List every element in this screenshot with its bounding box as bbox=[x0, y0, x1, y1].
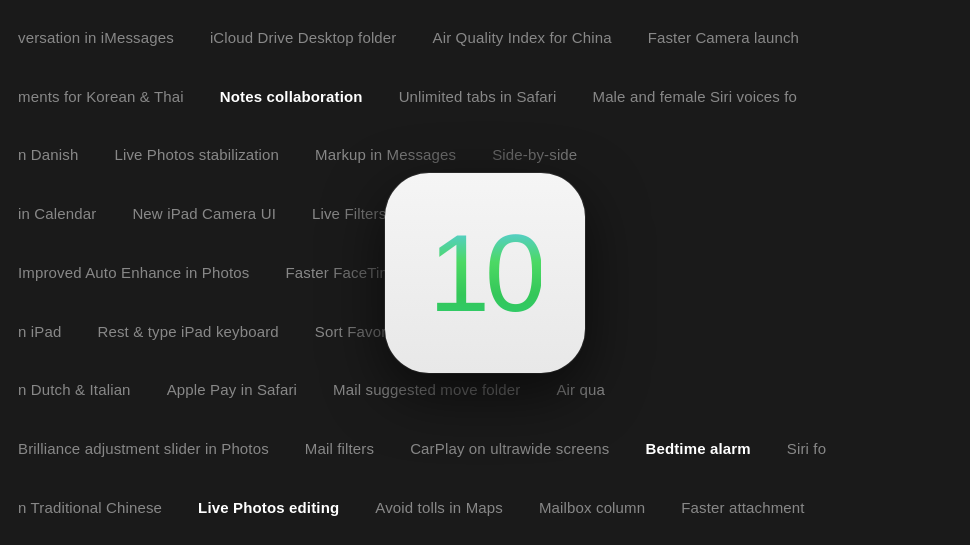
feature-item: Brilliance adjustment slider in Photos bbox=[0, 440, 287, 457]
feature-row: n Traditional Chinese Live Photos editin… bbox=[0, 499, 970, 516]
feature-item: n Danish bbox=[0, 146, 96, 163]
feature-item: versation in iMessages bbox=[0, 29, 192, 46]
feature-item: Rest & type iPad keyboard bbox=[79, 323, 296, 340]
feature-item: Male and female Siri voices fo bbox=[574, 88, 815, 105]
feature-item: Faster Camera launch bbox=[630, 29, 817, 46]
feature-row: versation in iMessages iCloud Drive Desk… bbox=[0, 29, 970, 46]
feature-item: Live Photos editing bbox=[180, 499, 357, 516]
feature-item: Apple Pay in Safari bbox=[149, 381, 315, 398]
feature-item: Siri fo bbox=[769, 440, 844, 457]
feature-item: Mail suggested move folder bbox=[315, 381, 538, 398]
feature-item: Avoid tolls in Maps bbox=[357, 499, 521, 516]
feature-row: n Dutch & Italian Apple Pay in Safari Ma… bbox=[0, 381, 970, 398]
feature-item: Faster attachment bbox=[663, 499, 822, 516]
feature-item: Side-by-side bbox=[474, 146, 595, 163]
feature-item: Unlimited tabs in Safari bbox=[381, 88, 575, 105]
feature-row: ments for Korean & Thai Notes collaborat… bbox=[0, 88, 970, 105]
feature-row: n Danish Live Photos stabilization Marku… bbox=[0, 146, 970, 163]
ios-logo-container: 10 bbox=[380, 168, 590, 378]
feature-item: in Calendar bbox=[0, 205, 114, 222]
feature-item: n Traditional Chinese bbox=[0, 499, 180, 516]
feature-item: Bedtime alarm bbox=[627, 440, 768, 457]
feature-item: CarPlay on ultrawide screens bbox=[392, 440, 627, 457]
feature-item: New iPad Camera UI bbox=[114, 205, 294, 222]
feature-item: Mailbox column bbox=[521, 499, 663, 516]
feature-item: ments for Korean & Thai bbox=[0, 88, 202, 105]
ios-logo-text: 10 bbox=[429, 218, 541, 328]
feature-item: Mail filters bbox=[287, 440, 392, 457]
feature-item: iCloud Drive Desktop folder bbox=[192, 29, 415, 46]
feature-item: n Dutch & Italian bbox=[0, 381, 149, 398]
feature-item: Air Quality Index for China bbox=[415, 29, 630, 46]
feature-item: Improved Auto Enhance in Photos bbox=[0, 264, 267, 281]
ios-logo-box: 10 bbox=[385, 173, 585, 373]
feature-item: n iPad bbox=[0, 323, 79, 340]
feature-item: Markup in Messages bbox=[297, 146, 474, 163]
feature-item: Air qua bbox=[538, 381, 623, 398]
feature-item: Live Photos stabilization bbox=[96, 146, 297, 163]
feature-item: Notes collaboration bbox=[202, 88, 381, 105]
feature-row: Brilliance adjustment slider in Photos M… bbox=[0, 440, 970, 457]
